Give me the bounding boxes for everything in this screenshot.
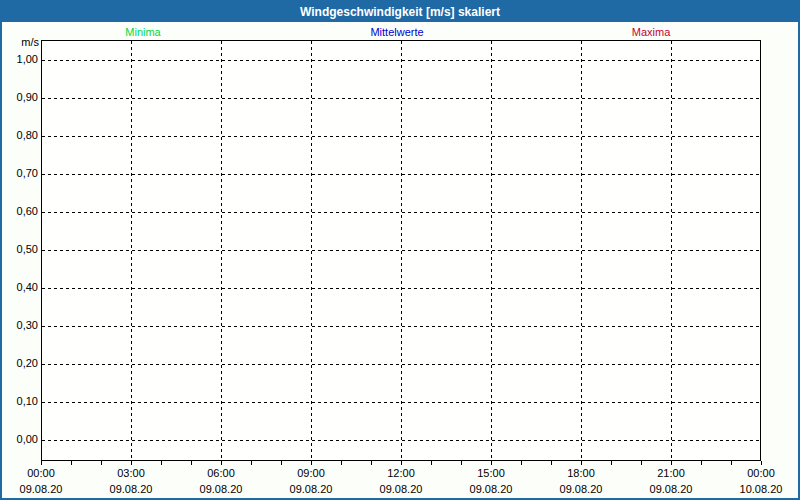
x-axis-tick (731, 461, 732, 465)
x-axis-tick (281, 461, 282, 465)
x-axis-tick (221, 461, 222, 465)
x-tick-time-label: 00:00 (726, 467, 796, 480)
x-tick-time-label: 21:00 (636, 467, 706, 480)
x-tick-date-label: 09.08.20 (546, 483, 616, 496)
x-tick-time-label: 06:00 (186, 467, 256, 480)
x-axis-tick (371, 461, 372, 465)
y-tick-label: 0,20 (2, 356, 38, 370)
x-axis-tick (701, 461, 702, 465)
x-axis-tick (401, 461, 402, 465)
x-axis-tick (191, 461, 192, 465)
y-axis-unit-label: m/s (2, 36, 39, 48)
x-axis-tick (161, 461, 162, 465)
x-axis-tick (551, 461, 552, 465)
y-tick-label: 0,70 (2, 166, 38, 180)
x-axis-tick (41, 461, 42, 465)
gridline-vertical (401, 41, 402, 460)
gridline-vertical (311, 41, 312, 460)
x-axis-tick (521, 461, 522, 465)
x-axis-tick (311, 461, 312, 465)
x-axis-tick (341, 461, 342, 465)
gridline-vertical (581, 41, 582, 460)
y-tick-label: 0,60 (2, 204, 38, 218)
chart-window: Windgeschwindigkeit [m/s] skaliert Minim… (0, 0, 800, 500)
legend-mittelwerte: Mittelwerte (370, 25, 423, 39)
y-tick-label: 0,30 (2, 318, 38, 332)
chart-title-bar: Windgeschwindigkeit [m/s] skaliert (2, 2, 798, 22)
x-tick-date-label: 09.08.20 (636, 483, 706, 496)
x-axis-tick (611, 461, 612, 465)
x-tick-date-label: 10.08.20 (726, 483, 796, 496)
x-tick-date-label: 09.08.20 (186, 483, 256, 496)
x-tick-time-label: 03:00 (96, 467, 166, 480)
x-tick-time-label: 12:00 (366, 467, 436, 480)
x-axis-tick (431, 461, 432, 465)
y-tick-label: 0,00 (2, 432, 38, 446)
x-axis-tick (461, 461, 462, 465)
x-axis-tick (131, 461, 132, 465)
x-tick-time-label: 00:00 (6, 467, 76, 480)
gridline-vertical (221, 41, 222, 460)
gridline-vertical (671, 41, 672, 460)
y-tick-label: 0,80 (2, 128, 38, 142)
x-tick-time-label: 18:00 (546, 467, 616, 480)
x-axis-tick (71, 461, 72, 465)
plot-area (41, 40, 761, 461)
x-axis-tick (251, 461, 252, 465)
y-tick-label: 0,10 (2, 394, 38, 408)
x-tick-date-label: 09.08.20 (276, 483, 346, 496)
gridline-vertical (491, 41, 492, 460)
legend-minima: Minima (125, 25, 160, 39)
legend-maxima: Maxima (632, 25, 671, 39)
x-axis-tick (671, 461, 672, 465)
chart-title: Windgeschwindigkeit [m/s] skaliert (300, 5, 500, 19)
x-tick-date-label: 09.08.20 (366, 483, 436, 496)
x-axis-tick (101, 461, 102, 465)
gridline-vertical (131, 41, 132, 460)
x-tick-date-label: 09.08.20 (6, 483, 76, 496)
y-tick-label: 0,40 (2, 280, 38, 294)
x-axis-tick (641, 461, 642, 465)
x-tick-time-label: 15:00 (456, 467, 526, 480)
x-tick-date-label: 09.08.20 (96, 483, 166, 496)
x-axis-tick (761, 461, 762, 465)
x-tick-date-label: 09.08.20 (456, 483, 526, 496)
x-axis-tick (581, 461, 582, 465)
y-tick-label: 1,00 (2, 52, 38, 66)
y-tick-label: 0,50 (2, 242, 38, 256)
x-axis-tick (491, 461, 492, 465)
x-tick-time-label: 09:00 (276, 467, 346, 480)
y-tick-label: 0,90 (2, 90, 38, 104)
